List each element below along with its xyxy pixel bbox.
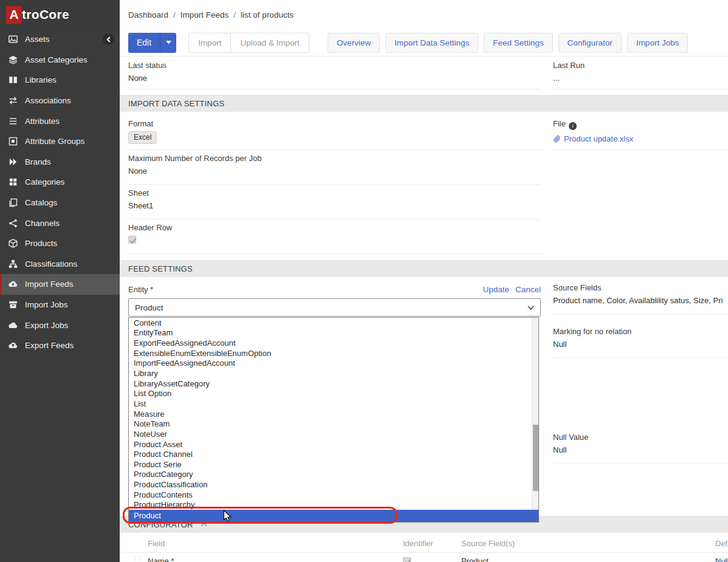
sidebar-item-brands[interactable]: Brands	[0, 152, 120, 173]
entity-label: Entity *	[128, 285, 153, 294]
sidebar-item-categories[interactable]: Categories	[0, 172, 120, 193]
header-row-checkbox[interactable]	[128, 236, 136, 244]
dropdown-option[interactable]: ProductContents	[129, 490, 532, 500]
file-link[interactable]: Product update.xlsx	[553, 134, 728, 143]
breadcrumb-import-feeds[interactable]: Import Feeds	[180, 10, 229, 19]
null-value-field: Null Value Null	[553, 433, 728, 464]
tab-feed-settings[interactable]: Feed Settings	[484, 33, 552, 53]
sidebar-item-asset-categories[interactable]: Asset Categories	[0, 50, 120, 70]
edit-dropdown-button[interactable]	[160, 33, 176, 53]
dropdown-option[interactable]: NoteUser	[129, 429, 532, 439]
sidebar-item-label: Catalogs	[25, 198, 57, 207]
scrollbar-thumb[interactable]	[533, 425, 538, 491]
sheet-label: Sheet	[128, 188, 541, 197]
dropdown-option[interactable]: List Option	[129, 388, 532, 399]
breadcrumb-separator: /	[173, 10, 176, 19]
row-identifier-checkbox[interactable]	[403, 557, 411, 562]
dropdown-option[interactable]: Library	[129, 368, 532, 379]
marking-value: Null	[553, 340, 728, 349]
last-status-value: None	[128, 74, 541, 83]
tab-import-data-settings[interactable]: Import Data Settings	[385, 33, 478, 53]
dropdown-option[interactable]: Product Channel	[129, 449, 532, 459]
null-value-value: Null	[553, 445, 728, 454]
section-title: IMPORT DATA SETTINGS	[128, 99, 224, 108]
sidebar-item-import-jobs[interactable]: Import Jobs	[0, 295, 120, 315]
dropdown-option[interactable]: Content	[129, 318, 532, 328]
file-label: File	[553, 119, 728, 130]
sidebar-item-attributes[interactable]: Attributes	[0, 111, 120, 131]
sidebar-item-import-feeds[interactable]: Import Feeds	[0, 274, 120, 295]
dropdown-option[interactable]: Product Serie	[129, 459, 532, 470]
dropdown-option[interactable]: EntityTeam	[129, 328, 532, 338]
sidebar-item-assets[interactable]: Assets	[0, 29, 120, 50]
file-name: Product update.xlsx	[564, 134, 633, 143]
chevron-left-icon	[106, 36, 112, 43]
sidebar: A troCore AssetsAsset CategoriesLibrarie…	[0, 0, 120, 562]
sidebar-item-associations[interactable]: Associations	[0, 91, 120, 111]
dropdown-option[interactable]: ExtensibleEnumExtensibleEnumOption	[129, 348, 532, 358]
sidebar-item-label: Brands	[25, 157, 51, 166]
dropdown-option[interactable]: ImportFeedAssignedAccount	[129, 358, 532, 369]
column-header-source-fields: Source Field(s)	[461, 539, 515, 548]
sidebar-item-label: Associations	[25, 96, 71, 105]
atrocore-logo[interactable]: A troCore	[0, 0, 120, 29]
sidebar-item-label: Import Feeds	[25, 279, 74, 289]
dropdown-option[interactable]: ProductCategory	[129, 470, 532, 480]
column-header-identifier: Identifier	[403, 539, 433, 548]
import-button[interactable]: Import	[189, 33, 230, 52]
dropdown-option[interactable]: Measure	[129, 409, 532, 419]
sidebar-item-label: Attribute Groups	[25, 137, 84, 146]
breadcrumb-dashboard[interactable]: Dashboard	[128, 10, 168, 19]
chevron-down-icon	[527, 306, 534, 310]
archive-icon	[8, 300, 18, 310]
dropdown-option-selected[interactable]: Product	[129, 510, 538, 522]
dropdown-option[interactable]: ProductClassification	[129, 479, 532, 490]
import-button-group: Import Upload & Import	[188, 33, 309, 53]
entity-field-header: Entity * Update Cancel	[128, 285, 541, 294]
dropdown-scrollbar[interactable]	[532, 318, 538, 510]
sidebar-item-attribute-groups[interactable]: Attribute Groups	[0, 131, 120, 152]
dropdown-option[interactable]: NoteTeam	[129, 419, 532, 429]
column-header-field: Field	[148, 539, 165, 548]
section-title: FEED SETTINGS	[128, 264, 193, 273]
update-link[interactable]: Update	[482, 285, 509, 294]
sidebar-item-label: Classifications	[25, 259, 77, 269]
file-field: File Product update.xlsx	[553, 119, 728, 150]
sidebar-collapse-button[interactable]	[103, 33, 114, 45]
dropdown-option[interactable]: ProductHierarchy	[129, 500, 532, 510]
app-window: A troCore AssetsAsset CategoriesLibrarie…	[0, 0, 728, 562]
sidebar-item-products[interactable]: Products	[0, 233, 120, 254]
sidebar-item-classifications[interactable]: Classifications	[0, 254, 120, 275]
sidebar-item-export-feeds[interactable]: Export Feeds	[0, 335, 120, 356]
tab-overview[interactable]: Overview	[328, 33, 380, 53]
sidebar-item-label: Asset Categories	[25, 55, 88, 64]
info-icon[interactable]	[569, 122, 577, 130]
tab-configurator[interactable]: Configurator	[558, 33, 622, 53]
panel-tabs: Overview Import Data Settings Feed Setti…	[328, 33, 688, 53]
paperclip-icon	[553, 135, 561, 143]
entity-select[interactable]: Product	[128, 298, 541, 317]
dropdown-option[interactable]: ExportFeedAssignedAccount	[129, 338, 532, 348]
collapse-section-icon[interactable]	[201, 523, 207, 527]
sidebar-item-channels[interactable]: Channels	[0, 213, 120, 233]
dropdown-option[interactable]: Product Asset	[129, 439, 532, 450]
sidebar-item-export-jobs[interactable]: Export Jobs	[0, 315, 120, 335]
column-header-default: Defa	[715, 539, 728, 548]
sidebar-item-catalogs[interactable]: Catalogs	[0, 193, 120, 213]
tab-import-jobs[interactable]: Import Jobs	[627, 33, 689, 53]
cancel-link[interactable]: Cancel	[515, 285, 541, 294]
sidebar-item-libraries[interactable]: Libraries	[0, 70, 120, 91]
row-default-value: Null	[715, 557, 728, 562]
source-fields-field: Source Fields Product name, Color, Avail…	[553, 283, 728, 314]
sidebar-item-label: Channels	[25, 219, 60, 228]
last-status-label: Last status	[128, 61, 541, 70]
drag-handle-icon[interactable]	[131, 556, 142, 562]
sitemap-icon	[8, 259, 18, 269]
dropdown-option[interactable]: List	[129, 399, 532, 409]
upload-and-import-button[interactable]: Upload & Import	[230, 33, 309, 52]
breadcrumb: Dashboard / Import Feeds / list of produ…	[120, 0, 728, 29]
dropdown-option[interactable]: LibraryAssetCategory	[129, 379, 532, 389]
edit-button-label[interactable]: Edit	[128, 33, 160, 53]
row-source-value: Product	[461, 557, 489, 562]
edit-button[interactable]: Edit	[128, 33, 176, 53]
